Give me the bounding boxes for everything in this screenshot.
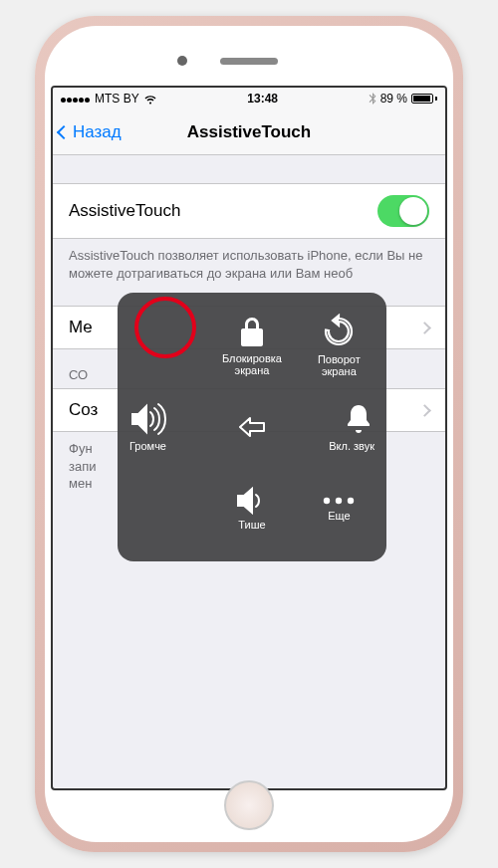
assistivetouch-toggle-row[interactable]: AssistiveTouch [53, 183, 445, 239]
more-button[interactable]: Еще [296, 468, 382, 549]
svg-point-0 [324, 498, 330, 504]
toggle-label: AssistiveTouch [69, 201, 180, 221]
carrier-label: MTS BY [95, 92, 139, 106]
home-button[interactable] [208, 386, 295, 468]
front-camera [177, 56, 187, 66]
battery-percent: 89 % [380, 92, 407, 106]
status-bar: MTS BY 13:48 89 % [53, 88, 445, 109]
rotate-screen-button[interactable]: Поворот экрана [296, 305, 382, 386]
speaker-grille [220, 58, 278, 65]
rotate-label: Поворот экрана [318, 353, 361, 377]
bluetooth-icon [369, 93, 376, 105]
more-label: Еще [328, 510, 350, 522]
bell-icon [343, 402, 374, 436]
sound-on-button[interactable]: Вкл. звук [296, 386, 382, 468]
home-arrow-icon [238, 416, 266, 438]
rotate-icon [321, 314, 357, 349]
volume-down-button[interactable]: Тише [208, 468, 295, 549]
screen: MTS BY 13:48 89 % [51, 86, 447, 790]
signal-strength-icon [61, 92, 91, 106]
create-row-label: Соз [69, 400, 98, 420]
home-button-physical[interactable] [224, 780, 274, 830]
phone-bezel: MTS BY 13:48 89 % [45, 26, 453, 842]
highlight-annotation [134, 297, 196, 358]
phone-frame: MTS BY 13:48 89 % [35, 16, 463, 852]
lock-label: Блокировка экрана [222, 352, 282, 376]
wifi-icon [143, 94, 157, 105]
clock: 13:48 [247, 92, 278, 106]
more-dots-icon [321, 496, 357, 506]
battery-icon [411, 94, 437, 104]
navigation-bar: Назад AssistiveTouch [53, 109, 445, 155]
volume-up-label: Громче [129, 440, 166, 452]
lock-icon [236, 315, 268, 348]
back-button[interactable]: Назад [59, 122, 122, 142]
assistivetouch-switch[interactable] [377, 195, 429, 227]
chevron-right-icon [418, 404, 431, 417]
menu-row-label: Ме [69, 318, 93, 337]
page-title: AssistiveTouch [187, 122, 311, 142]
svg-point-2 [348, 498, 354, 504]
sound-on-label: Вкл. звук [329, 440, 374, 452]
volume-up-icon [129, 402, 171, 436]
lock-screen-button[interactable]: Блокировка экрана [208, 305, 295, 386]
svg-point-1 [336, 498, 342, 504]
volume-down-label: Тише [238, 519, 265, 531]
back-label: Назад [73, 122, 122, 142]
chevron-right-icon [418, 322, 431, 334]
volume-up-button[interactable]: Громче [122, 386, 208, 468]
chevron-left-icon [57, 124, 71, 138]
volume-down-icon [235, 487, 269, 515]
